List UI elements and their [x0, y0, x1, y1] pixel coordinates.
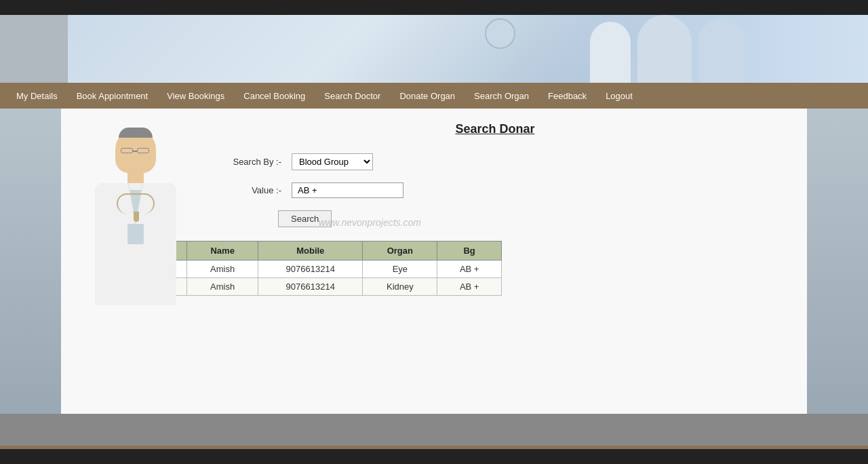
value-input[interactable] [292, 182, 403, 198]
banner-figure-2 [637, 15, 692, 83]
banner-figure-3 [698, 18, 746, 83]
col-header-name: Name [187, 241, 258, 260]
banner-avatar [485, 18, 515, 49]
nav-search-doctor[interactable]: Search Doctor [315, 85, 390, 107]
col-header-bg: Bg [437, 241, 502, 260]
bottom-black-bar [0, 449, 868, 464]
value-row: Value :- [210, 182, 780, 198]
top-banner [0, 15, 868, 83]
search-form: Search By :- Blood Group Name Location V… [210, 153, 780, 227]
doctor-image [81, 129, 190, 326]
col-header-organ: Organ [363, 241, 437, 260]
doctor-head [115, 129, 156, 173]
cell-name: Amish [187, 260, 258, 278]
doctor-body [95, 183, 176, 305]
col-header-mobile: Mobile [258, 241, 363, 260]
search-by-row: Search By :- Blood Group Name Location [210, 153, 780, 170]
nav-logout[interactable]: Logout [596, 85, 642, 107]
left-sidebar [0, 109, 61, 414]
navbar: My Details Book Appiontment View Booking… [0, 83, 868, 109]
search-by-label: Search By :- [210, 157, 292, 167]
nav-my-details[interactable]: My Details [7, 85, 67, 107]
nav-cancel-booking[interactable]: Cancel Booking [234, 85, 315, 107]
cell-organ: Kidney [363, 278, 437, 296]
page-title: Search Donar [210, 122, 780, 136]
nav-view-bookings[interactable]: View Bookings [157, 85, 234, 107]
nav-book-appointment[interactable]: Book Appiontment [67, 85, 158, 107]
nav-feedback[interactable]: Feedback [538, 85, 596, 107]
cell-mobile: 9076613214 [258, 278, 363, 296]
right-sidebar [807, 109, 868, 414]
nav-donate-organ[interactable]: Donate Organ [390, 85, 465, 107]
search-by-select[interactable]: Blood Group Name Location [292, 153, 373, 170]
cell-organ: Eye [363, 260, 437, 278]
cell-bg: AB + [437, 260, 502, 278]
main-content: Search Donar Search By :- Blood Group Na… [61, 109, 807, 414]
search-button[interactable]: Search [278, 210, 332, 227]
value-label: Value :- [210, 185, 292, 195]
cell-mobile: 9076613214 [258, 260, 363, 278]
banner-figure-1 [590, 22, 631, 83]
nav-search-organ[interactable]: Search Organ [465, 85, 538, 107]
main-wrapper: Search Donar Search By :- Blood Group Na… [0, 109, 868, 414]
banner-left-box [0, 15, 68, 83]
top-black-bar [0, 0, 868, 15]
cell-bg: AB + [437, 278, 502, 296]
cell-name: Amish [187, 278, 258, 296]
